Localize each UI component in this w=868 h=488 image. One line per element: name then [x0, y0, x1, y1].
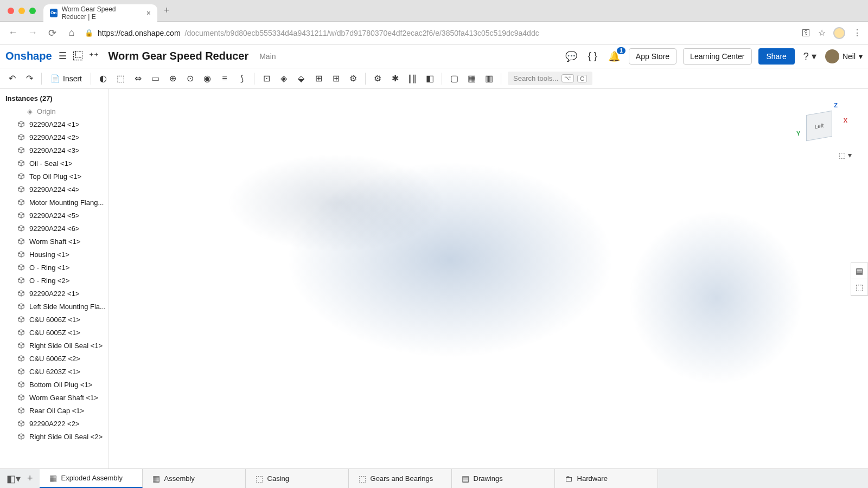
search-tools-input[interactable]: Search tools... ⌥ C	[508, 72, 592, 85]
exploded-view-icon[interactable]: ▦	[464, 71, 479, 86]
new-tab-button[interactable]: +	[157, 5, 176, 16]
instance-item[interactable]: C&U 6006Z <2>	[0, 352, 108, 365]
comments-icon[interactable]: 💬	[563, 50, 579, 62]
origin-item[interactable]: ◈Origin	[0, 105, 108, 118]
instance-label: C&U 6006Z <2>	[29, 355, 80, 363]
instance-item[interactable]: 92290A224 <1>	[0, 118, 108, 131]
section-view-icon[interactable]: ▥	[481, 71, 496, 86]
snap-icon[interactable]: ⊞	[311, 71, 326, 86]
learning-center-button[interactable]: Learning Center	[683, 48, 751, 65]
instance-item[interactable]: 92290A224 <4>	[0, 183, 108, 196]
reload-button[interactable]: ⟳	[46, 27, 59, 39]
graphics-viewport[interactable]: Left Z X Y ⬚ ▾ ▤ ⬚	[108, 89, 868, 468]
parallel-mate-icon[interactable]: ≡	[217, 71, 232, 86]
instance-item[interactable]: Right Side Oil Seal <1>	[0, 339, 108, 352]
help-icon[interactable]: ? ▾	[801, 50, 819, 62]
home-button[interactable]: ⌂	[65, 27, 78, 38]
fastened-mate-icon[interactable]: ⬚	[113, 71, 128, 86]
browser-tab[interactable]: On Worm Gear Speed Reducer | E ×	[43, 4, 157, 22]
user-menu[interactable]: Neil ▾	[825, 49, 863, 63]
instance-item[interactable]: Worm Gear Shaft <1>	[0, 391, 108, 404]
document-tab[interactable]: ▤Drawings	[452, 469, 555, 488]
gear-icon[interactable]: ⚙	[370, 71, 385, 86]
slider-mate-icon[interactable]: ⇔	[130, 71, 145, 86]
settings-icon[interactable]: ✱	[387, 71, 403, 86]
tangent-mate-icon[interactable]: ⟆	[234, 71, 250, 86]
instance-item[interactable]: 92290A222 <2>	[0, 417, 108, 430]
relation-icon[interactable]: ⬙	[293, 71, 309, 86]
notifications-icon[interactable]: 🔔1	[606, 50, 622, 62]
gear-relation-icon[interactable]: ⚙	[346, 71, 361, 86]
replicate-icon[interactable]: ⊞	[328, 71, 343, 86]
add-icon[interactable]: ⁺⁺	[89, 50, 99, 62]
instances-header[interactable]: Instances (27)	[0, 89, 108, 105]
view-cube-face[interactable]: Left	[806, 111, 832, 141]
mate-connector-icon[interactable]: ◈	[276, 71, 291, 86]
redo-button[interactable]: ↷	[22, 71, 37, 86]
close-tab-icon[interactable]: ×	[146, 9, 151, 17]
properties-icon[interactable]: ▤	[851, 263, 867, 279]
back-button[interactable]: ←	[7, 27, 20, 38]
document-tab[interactable]: 🗀Hardware	[555, 469, 658, 488]
instance-item[interactable]: Rear Oil Cap <1>	[0, 404, 108, 417]
maximize-window[interactable]	[29, 8, 36, 14]
bom-icon[interactable]: ⬚	[851, 279, 867, 296]
instance-item[interactable]: O - Ring <2>	[0, 274, 108, 287]
pin-slot-icon[interactable]: ⊙	[182, 71, 197, 86]
document-tab[interactable]: ▦Assembly	[143, 469, 246, 488]
instance-item[interactable]: 92290A224 <5>	[0, 209, 108, 222]
instance-item[interactable]: Motor Mounting Flang...	[0, 196, 108, 209]
star-icon[interactable]: ☆	[818, 28, 826, 38]
tab-manager-icon[interactable]: ◧▾	[4, 473, 23, 485]
key-icon[interactable]: ⚿	[802, 28, 810, 38]
instance-item[interactable]: Top Oil Plug <1>	[0, 170, 108, 183]
instance-item[interactable]: C&U 6005Z <1>	[0, 326, 108, 339]
app-store-button[interactable]: App Store	[629, 48, 676, 65]
instance-item[interactable]: Left Side Mounting Fla...	[0, 300, 108, 313]
planar-mate-icon[interactable]: ▭	[148, 71, 163, 86]
undo-button[interactable]: ↶	[4, 71, 20, 86]
instance-label: 92290A224 <2>	[29, 133, 80, 142]
group-icon[interactable]: ⊡	[259, 71, 274, 86]
instance-item[interactable]: Right Side Oil Seal <2>	[0, 430, 108, 443]
instance-item[interactable]: C&U 6006Z <1>	[0, 313, 108, 326]
instance-label: Right Side Oil Seal <2>	[29, 433, 103, 441]
view-cube[interactable]: Left Z X Y ⬚ ▾	[797, 100, 846, 149]
instance-item[interactable]: 92290A224 <3>	[0, 144, 108, 157]
display-states-icon[interactable]: ◧	[422, 71, 437, 86]
ball-mate-icon[interactable]: ◉	[200, 71, 215, 86]
share-button[interactable]: Share	[758, 48, 795, 65]
menu-icon[interactable]: ☰	[59, 50, 67, 62]
url-field[interactable]: 🔒 https://cad.onshape.com/documents/b9d8…	[85, 29, 795, 37]
named-views-icon[interactable]: ▢	[446, 71, 462, 86]
onshape-logo[interactable]: Onshape	[5, 50, 52, 62]
document-tab[interactable]: ▦Exploded Assembly	[40, 469, 143, 488]
instance-item[interactable]: C&U 6203Z <1>	[0, 365, 108, 378]
revolute-mate-icon[interactable]: ◐	[95, 71, 111, 86]
instance-item[interactable]: Bottom Oil Plug <1>	[0, 378, 108, 391]
document-tab[interactable]: ⬚Gears and Bearings	[349, 469, 452, 488]
menu-icon[interactable]: ⋮	[853, 28, 861, 38]
model-view[interactable]	[108, 89, 868, 468]
instance-item[interactable]: Oil - Seal <1>	[0, 157, 108, 170]
instance-item[interactable]: Housing <1>	[0, 248, 108, 261]
minimize-window[interactable]	[18, 8, 25, 14]
compare-icon[interactable]: { }	[586, 50, 599, 62]
cylindrical-mate-icon[interactable]: ⊕	[165, 71, 180, 86]
close-window[interactable]	[8, 8, 14, 14]
instance-item[interactable]: O - Ring <1>	[0, 261, 108, 274]
insert-button[interactable]: 📄 Insert	[46, 72, 86, 85]
forward-button[interactable]: →	[26, 27, 39, 38]
instance-item[interactable]: 92290A224 <6>	[0, 222, 108, 235]
instance-item[interactable]: Worm Shaft <1>	[0, 235, 108, 248]
linear-pattern-icon[interactable]: ∥∥	[405, 71, 420, 86]
tree-icon[interactable]: ⿺	[73, 51, 82, 62]
document-tab[interactable]: ⬚Casing	[246, 469, 349, 488]
instance-item[interactable]: 92290A222 <1>	[0, 287, 108, 300]
profile-avatar[interactable]	[833, 27, 845, 39]
view-settings-icon[interactable]: ⬚ ▾	[839, 151, 852, 159]
new-element-icon[interactable]: +	[25, 473, 35, 484]
favicon-icon: On	[50, 9, 58, 17]
workspace-name[interactable]: Main	[259, 52, 276, 61]
instance-item[interactable]: 92290A224 <2>	[0, 131, 108, 144]
